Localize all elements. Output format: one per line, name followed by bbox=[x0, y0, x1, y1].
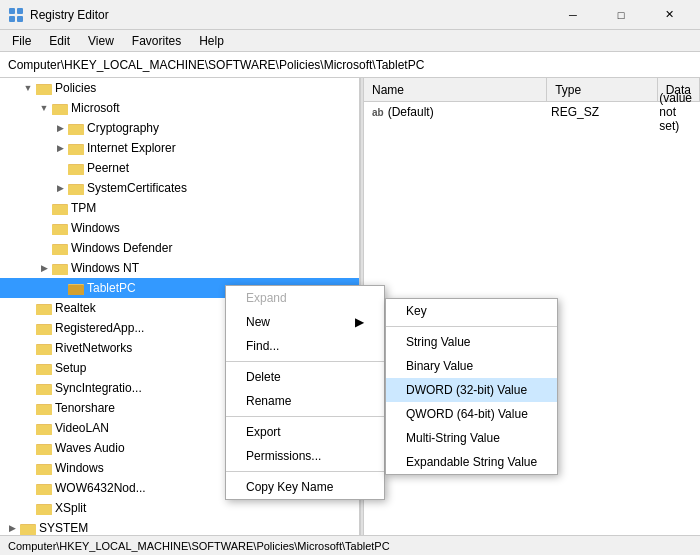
ctx-copy-key-name[interactable]: Copy Key Name bbox=[226, 475, 384, 499]
svg-rect-24 bbox=[52, 265, 68, 275]
svg-rect-12 bbox=[68, 145, 84, 155]
tree-item-windows-defender[interactable]: Windows Defender bbox=[0, 238, 359, 258]
maximize-button[interactable]: □ bbox=[598, 0, 644, 30]
tree-label-xsplit: XSplit bbox=[55, 501, 86, 515]
svg-rect-26 bbox=[68, 285, 84, 295]
folder-icon-system bbox=[20, 520, 36, 535]
folder-icon-windows2 bbox=[36, 460, 52, 476]
tree-item-xsplit[interactable]: XSplit bbox=[0, 498, 359, 518]
ctx-permissions[interactable]: Permissions... bbox=[226, 444, 384, 468]
minimize-button[interactable]: ─ bbox=[550, 0, 596, 30]
status-text: Computer\HKEY_LOCAL_MACHINE\SOFTWARE\Pol… bbox=[8, 540, 390, 552]
ctx-find[interactable]: Find... bbox=[226, 334, 384, 358]
tree-item-systemcerts[interactable]: SystemCertificates bbox=[0, 178, 359, 198]
ctx-expand[interactable]: Expand bbox=[226, 286, 384, 310]
menu-help[interactable]: Help bbox=[191, 32, 232, 50]
tree-label-windows2: Windows bbox=[55, 461, 104, 475]
address-path: Computer\HKEY_LOCAL_MACHINE\SOFTWARE\Pol… bbox=[8, 58, 424, 72]
sub-qword-value[interactable]: QWORD (64-bit) Value bbox=[386, 402, 557, 426]
title-bar: Registry Editor ─ □ ✕ bbox=[0, 0, 700, 30]
address-bar: Computer\HKEY_LOCAL_MACHINE\SOFTWARE\Pol… bbox=[0, 52, 700, 78]
ctx-sep-1 bbox=[226, 361, 384, 362]
ctx-sep-2 bbox=[226, 416, 384, 417]
svg-rect-22 bbox=[52, 245, 68, 255]
app-title: Registry Editor bbox=[30, 8, 109, 22]
folder-icon-xsplit bbox=[36, 500, 52, 516]
svg-rect-8 bbox=[52, 105, 68, 115]
sub-string-value[interactable]: String Value bbox=[386, 330, 557, 354]
list-row-default[interactable]: ab (Default) REG_SZ (value not set) bbox=[364, 102, 700, 122]
tree-item-windows[interactable]: Windows bbox=[0, 218, 359, 238]
svg-rect-16 bbox=[68, 185, 84, 195]
sub-menu: Key String Value Binary Value DWORD (32-… bbox=[385, 298, 558, 475]
folder-icon-winnt bbox=[52, 260, 68, 276]
folder-icon-realtek bbox=[36, 300, 52, 316]
tree-label-syncintegration: SyncIntegratio... bbox=[55, 381, 142, 395]
menu-favorites[interactable]: Favorites bbox=[124, 32, 189, 50]
folder-icon-microsoft bbox=[52, 100, 68, 116]
folder-icon-tabletpc bbox=[68, 280, 84, 296]
expand-arrow-winnt bbox=[36, 260, 52, 276]
status-bar: Computer\HKEY_LOCAL_MACHINE\SOFTWARE\Pol… bbox=[0, 535, 700, 555]
tree-item-microsoft[interactable]: Microsoft bbox=[0, 98, 359, 118]
folder-icon-peernet bbox=[68, 160, 84, 176]
svg-rect-42 bbox=[36, 445, 52, 455]
folder-icon-videolan bbox=[36, 420, 52, 436]
tree-label-cryptography: Cryptography bbox=[87, 121, 159, 135]
col-header-type: Type bbox=[547, 78, 658, 101]
list-col-data: (value not set) bbox=[651, 102, 700, 122]
ctx-delete[interactable]: Delete bbox=[226, 365, 384, 389]
svg-rect-32 bbox=[36, 345, 52, 355]
tree-label-realtek: Realtek bbox=[55, 301, 96, 315]
tree-item-tpm[interactable]: TPM bbox=[0, 198, 359, 218]
tree-label-rivetnetworks: RivetNetworks bbox=[55, 341, 132, 355]
folder-icon-ie bbox=[68, 140, 84, 156]
app-icon bbox=[8, 7, 24, 23]
tree-label-setup: Setup bbox=[55, 361, 86, 375]
sub-key[interactable]: Key bbox=[386, 299, 557, 323]
menu-bar: File Edit View Favorites Help bbox=[0, 30, 700, 52]
close-button[interactable]: ✕ bbox=[646, 0, 692, 30]
menu-view[interactable]: View bbox=[80, 32, 122, 50]
tree-label-waves-audio: Waves Audio bbox=[55, 441, 125, 455]
tree-item-windows-nt[interactable]: Windows NT bbox=[0, 258, 359, 278]
tree-label-tabletpc: TabletPC bbox=[87, 281, 136, 295]
sub-sep bbox=[386, 326, 557, 327]
expand-arrow-ie bbox=[52, 140, 68, 156]
tree-item-policies[interactable]: Policies bbox=[0, 78, 359, 98]
svg-rect-50 bbox=[20, 525, 36, 535]
tree-item-peernet[interactable]: Peernet bbox=[0, 158, 359, 178]
folder-icon-syncintegration bbox=[36, 380, 52, 396]
folder-icon-wow6432 bbox=[36, 480, 52, 496]
tree-label-registeredapp: RegisteredApp... bbox=[55, 321, 144, 335]
window-controls: ─ □ ✕ bbox=[550, 0, 692, 30]
tree-item-internet-explorer[interactable]: Internet Explorer bbox=[0, 138, 359, 158]
ctx-sep-3 bbox=[226, 471, 384, 472]
svg-rect-0 bbox=[9, 8, 15, 14]
folder-icon-systemcerts bbox=[68, 180, 84, 196]
svg-rect-6 bbox=[36, 85, 52, 95]
folder-icon-waves-audio bbox=[36, 440, 52, 456]
context-menu: Expand New ▶ Find... Delete Rename Expor… bbox=[225, 285, 385, 500]
tree-item-cryptography[interactable]: Cryptography bbox=[0, 118, 359, 138]
ctx-new[interactable]: New ▶ bbox=[226, 310, 384, 334]
list-header: Name Type Data bbox=[364, 78, 700, 102]
svg-rect-34 bbox=[36, 365, 52, 375]
ctx-export[interactable]: Export bbox=[226, 420, 384, 444]
folder-icon-tenorshare bbox=[36, 400, 52, 416]
ctx-rename[interactable]: Rename bbox=[226, 389, 384, 413]
expand-arrow-cryptography bbox=[52, 120, 68, 136]
sub-binary-value[interactable]: Binary Value bbox=[386, 354, 557, 378]
sub-expandable-string[interactable]: Expandable String Value bbox=[386, 450, 557, 474]
svg-rect-28 bbox=[36, 305, 52, 315]
menu-edit[interactable]: Edit bbox=[41, 32, 78, 50]
tree-label-winnt: Windows NT bbox=[71, 261, 139, 275]
sub-multi-string[interactable]: Multi-String Value bbox=[386, 426, 557, 450]
sub-dword-value[interactable]: DWORD (32-bit) Value bbox=[386, 378, 557, 402]
expand-arrow-microsoft bbox=[36, 100, 52, 116]
svg-rect-36 bbox=[36, 385, 52, 395]
svg-rect-30 bbox=[36, 325, 52, 335]
menu-file[interactable]: File bbox=[4, 32, 39, 50]
tree-item-system[interactable]: SYSTEM bbox=[0, 518, 359, 535]
folder-icon-windefender bbox=[52, 240, 68, 256]
